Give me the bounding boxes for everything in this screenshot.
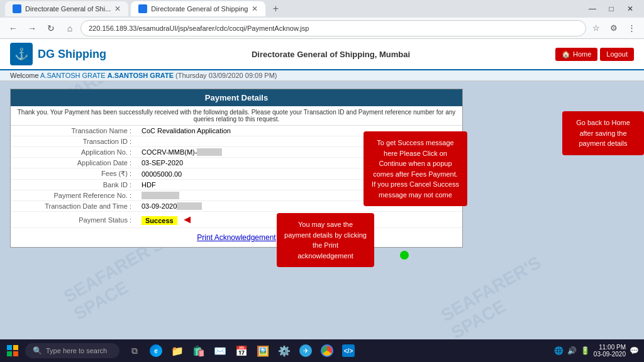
taskbar-chrome[interactable] xyxy=(317,341,337,361)
tab-close-1[interactable]: ✕ xyxy=(114,4,121,13)
home-button[interactable]: ⌂ xyxy=(62,20,78,36)
header-nav: 🏠 Home Logout xyxy=(555,48,634,61)
search-placeholder: Type here to search xyxy=(46,347,107,354)
volume-icon: 🔊 xyxy=(567,346,577,355)
taskbar-icons: ⧉ e 📁 🛍️ ✉️ 📅 🖼️ ⚙️ ✈ </> xyxy=(119,341,554,361)
notifications-icon: 💬 xyxy=(630,346,639,355)
site-header-title: Directorate General of Shipping, Mumbai xyxy=(252,50,410,59)
tooltip-print-ack: You may save the payment details by clic… xyxy=(277,213,374,267)
svg-rect-3 xyxy=(13,351,18,356)
field-label: Payment Reference No. : xyxy=(11,190,136,201)
browser-controls: ← → ↻ ⌂ 220.156.189.33/esamudraUI/jsp/se… xyxy=(0,18,644,39)
home-nav-button[interactable]: 🏠 Home xyxy=(555,48,597,61)
tooltip-success-message: To get Success message here Please Click… xyxy=(364,131,467,206)
tooltip-go-home-text: Go back to Home after saving the payment… xyxy=(576,119,630,147)
logo-icon: ⚓ xyxy=(10,43,33,65)
taskbar-clock[interactable]: 11:00 PM 03-09-2020 xyxy=(594,344,626,358)
username-link[interactable]: A.SANTOSH GRATE xyxy=(40,72,106,79)
taskbar-store[interactable]: 🛍️ xyxy=(189,341,209,361)
taskbar-task-view[interactable]: ⧉ xyxy=(125,341,145,361)
taskbar-mail[interactable]: ✉️ xyxy=(210,341,230,361)
table-row: Payment Status : Success ◄ xyxy=(11,212,462,228)
telegram-icon: ✈ xyxy=(299,344,312,357)
search-icon: 🔍 xyxy=(33,346,42,355)
tab-close-2[interactable]: ✕ xyxy=(252,4,258,13)
logout-button-label: Logout xyxy=(606,50,628,58)
taskbar-tray: 🌐 🔊 🔋 11:00 PM 03-09-2020 💬 xyxy=(554,344,644,358)
page-content: SEAFARER'SSPACE SEAFARER'SSPACE SEAFARER… xyxy=(0,39,644,339)
chrome-icon xyxy=(321,344,333,357)
welcome-date: (Thursday 03/09/2020 09:09 PM) xyxy=(175,72,277,79)
field-label: Bank ID : xyxy=(11,180,136,190)
explorer-icon: 📁 xyxy=(171,345,184,357)
tab-favicon-1 xyxy=(13,4,21,13)
status-success-badge: Success xyxy=(142,216,177,225)
site-header: ⚓ DG Shipping Directorate General of Shi… xyxy=(0,39,644,70)
field-label: Transaction ID : xyxy=(11,136,136,147)
back-button[interactable]: ← xyxy=(5,20,21,36)
vscode-icon: </> xyxy=(342,344,355,357)
taskbar-telegram[interactable]: ✈ xyxy=(296,341,316,361)
field-label: Transaction Name : xyxy=(11,126,136,136)
taskbar-calendar[interactable]: 📅 xyxy=(231,341,252,361)
extensions-button[interactable]: ⚙ xyxy=(606,21,621,36)
photos-icon: 🖼️ xyxy=(257,345,269,357)
home-icon: 🏠 xyxy=(562,50,570,58)
windows-icon xyxy=(6,344,19,357)
welcome-bar: Welcome A.SANTOSH GRATE A.SANTOSH GRATE … xyxy=(0,70,644,81)
browser-tab-1[interactable]: Directorate General of Shi... ✕ xyxy=(5,1,128,16)
minimize-button[interactable]: — xyxy=(584,0,601,18)
arrow-icon: ◄ xyxy=(182,213,193,226)
home-button-label: Home xyxy=(573,50,591,58)
field-label: Payment Status : xyxy=(11,212,136,228)
green-dot-indicator xyxy=(400,251,409,260)
title-bar: Directorate General of Shi... ✕ Director… xyxy=(0,0,644,18)
svg-rect-0 xyxy=(7,345,12,350)
clock-date: 03-09-2020 xyxy=(594,351,626,358)
taskbar-explorer[interactable]: 📁 xyxy=(167,341,187,361)
taskbar-photos[interactable]: 🖼️ xyxy=(253,341,273,361)
taskbar-vscode[interactable]: </> xyxy=(338,341,358,361)
print-ack-section: Print Acknowledgement xyxy=(11,228,462,247)
payment-table-header: Payment Details xyxy=(11,89,462,106)
field-label: Application Date : xyxy=(11,158,136,168)
new-tab-button[interactable]: + xyxy=(268,1,283,16)
calendar-icon: 📅 xyxy=(235,345,248,357)
browser-chrome: Directorate General of Shi... ✕ Director… xyxy=(0,0,644,39)
tab-label-2: Directorate General of Shipping xyxy=(151,5,248,13)
browser-wrapper: Directorate General of Shi... ✕ Director… xyxy=(0,0,644,339)
svg-rect-2 xyxy=(7,351,12,356)
main-content: Payment Details Thank you. Your Payment … xyxy=(0,81,644,255)
svg-rect-1 xyxy=(13,345,18,350)
taskbar-settings[interactable]: ⚙️ xyxy=(274,341,294,361)
tooltip-print-text: You may save the payment details by clic… xyxy=(284,221,367,260)
network-icon: 🌐 xyxy=(554,346,564,355)
forward-button[interactable]: → xyxy=(24,20,40,36)
logo-text: DG Shipping xyxy=(38,48,106,61)
browser-tab-2[interactable]: Directorate General of Shipping ✕ xyxy=(131,1,265,16)
field-label: Fees (₹) : xyxy=(11,168,136,180)
browser-actions: ☆ ⚙ ⋮ xyxy=(589,21,639,36)
logout-nav-button[interactable]: Logout xyxy=(600,48,634,61)
menu-button[interactable]: ⋮ xyxy=(624,21,639,36)
battery-icon: 🔋 xyxy=(580,346,590,355)
taskbar-search-box[interactable]: 🔍 Type here to search xyxy=(25,343,119,358)
taskbar: 🔍 Type here to search ⧉ e 📁 🛍️ ✉️ 📅 🖼️ ⚙… xyxy=(0,339,644,362)
bookmark-button[interactable]: ☆ xyxy=(589,21,604,36)
tooltip-success-text: To get Success message here Please Click… xyxy=(372,139,459,199)
tab-label-1: Directorate General of Shi... xyxy=(25,5,111,13)
mail-icon: ✉️ xyxy=(214,345,226,357)
address-bar[interactable]: 220.156.189.33/esamudraUI/jsp/seafarer/c… xyxy=(80,20,586,36)
field-label: Transaction Date and Time : xyxy=(11,201,136,212)
clock-time: 11:00 PM xyxy=(594,344,626,351)
start-button[interactable] xyxy=(0,339,25,362)
tooltip-go-home: Go back to Home after saving the payment… xyxy=(562,111,644,155)
maximize-button[interactable]: □ xyxy=(602,0,620,18)
payment-info-text: Thank you. Your Payment has been success… xyxy=(11,106,462,126)
taskbar-edge[interactable]: e xyxy=(146,341,166,361)
close-button[interactable]: ✕ xyxy=(621,0,639,18)
print-acknowledgement-link[interactable]: Print Acknowledgement xyxy=(197,233,275,242)
field-label: Application No. : xyxy=(11,147,136,158)
refresh-button[interactable]: ↻ xyxy=(43,20,59,36)
tab-favicon-2 xyxy=(138,4,147,13)
